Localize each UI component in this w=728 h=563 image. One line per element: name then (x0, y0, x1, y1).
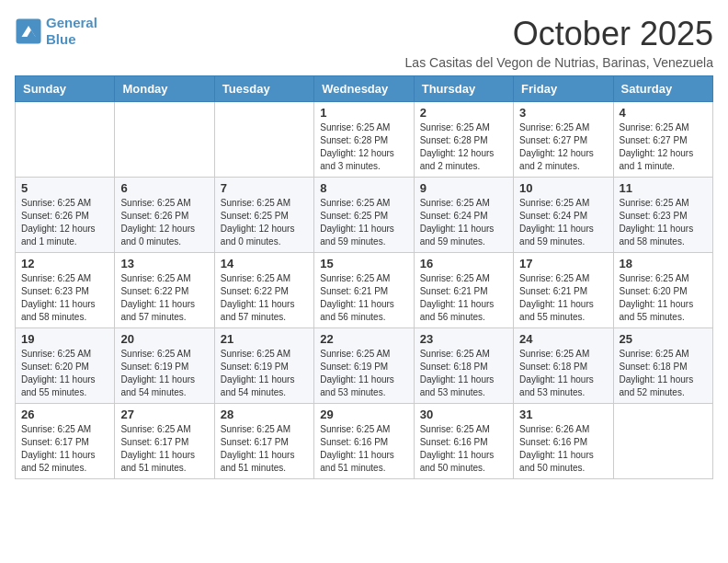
day-number: 20 (120, 332, 208, 346)
logo-icon (15, 17, 42, 45)
cell-content: Sunrise: 6:25 AM Sunset: 6:19 PM Dayligh… (320, 348, 407, 399)
day-header-sunday: Sunday (16, 76, 115, 102)
day-header-wednesday: Wednesday (314, 76, 414, 102)
calendar-cell: 22Sunrise: 6:25 AM Sunset: 6:19 PM Dayli… (314, 328, 414, 404)
day-number: 14 (221, 257, 308, 270)
cell-content: Sunrise: 6:25 AM Sunset: 6:16 PM Dayligh… (320, 423, 407, 475)
day-number: 31 (519, 408, 607, 421)
day-header-friday: Friday (514, 76, 613, 102)
calendar-table: SundayMondayTuesdayWednesdayThursdayFrid… (15, 75, 713, 479)
calendar-cell (115, 102, 214, 178)
calendar-cell: 24Sunrise: 6:25 AM Sunset: 6:18 PM Dayli… (514, 328, 613, 404)
cell-content: Sunrise: 6:25 AM Sunset: 6:18 PM Dayligh… (420, 348, 507, 399)
day-number: 21 (221, 332, 308, 346)
cell-content: Sunrise: 6:25 AM Sunset: 6:22 PM Dayligh… (120, 272, 208, 324)
calendar-cell: 9Sunrise: 6:25 AM Sunset: 6:24 PM Daylig… (414, 178, 513, 253)
calendar-header-row: SundayMondayTuesdayWednesdayThursdayFrid… (16, 76, 713, 102)
cell-content: Sunrise: 6:25 AM Sunset: 6:24 PM Dayligh… (519, 197, 607, 248)
cell-content: Sunrise: 6:25 AM Sunset: 6:17 PM Dayligh… (21, 423, 108, 475)
day-number: 18 (620, 257, 707, 270)
calendar-cell: 28Sunrise: 6:25 AM Sunset: 6:17 PM Dayli… (214, 404, 313, 479)
day-number: 5 (21, 181, 108, 195)
day-number: 11 (620, 181, 707, 195)
calendar-cell: 20Sunrise: 6:25 AM Sunset: 6:19 PM Dayli… (115, 328, 214, 404)
calendar-cell: 3Sunrise: 6:25 AM Sunset: 6:27 PM Daylig… (514, 102, 613, 178)
cell-content: Sunrise: 6:25 AM Sunset: 6:16 PM Dayligh… (420, 423, 507, 475)
day-number: 28 (221, 408, 308, 421)
day-number: 19 (21, 332, 108, 346)
day-number: 22 (320, 332, 407, 346)
calendar-cell: 17Sunrise: 6:25 AM Sunset: 6:21 PM Dayli… (514, 253, 613, 328)
cell-content: Sunrise: 6:25 AM Sunset: 6:18 PM Dayligh… (519, 348, 607, 399)
calendar-week-2: 5Sunrise: 6:25 AM Sunset: 6:26 PM Daylig… (16, 178, 713, 253)
cell-content: Sunrise: 6:25 AM Sunset: 6:17 PM Dayligh… (221, 423, 308, 475)
day-number: 15 (320, 257, 407, 270)
calendar-cell: 6Sunrise: 6:25 AM Sunset: 6:26 PM Daylig… (115, 178, 214, 253)
day-number: 12 (21, 257, 108, 270)
cell-content: Sunrise: 6:25 AM Sunset: 6:27 PM Dayligh… (620, 121, 707, 173)
logo: General Blue (15, 15, 97, 48)
month-title: October 2025 (405, 15, 713, 53)
cell-content: Sunrise: 6:25 AM Sunset: 6:21 PM Dayligh… (420, 272, 507, 324)
calendar-week-4: 19Sunrise: 6:25 AM Sunset: 6:20 PM Dayli… (16, 328, 713, 404)
logo-text: General Blue (46, 15, 97, 48)
day-number: 26 (21, 408, 108, 421)
calendar-cell: 5Sunrise: 6:25 AM Sunset: 6:26 PM Daylig… (16, 178, 115, 253)
calendar-cell: 7Sunrise: 6:25 AM Sunset: 6:25 PM Daylig… (214, 178, 313, 253)
cell-content: Sunrise: 6:25 AM Sunset: 6:27 PM Dayligh… (519, 121, 607, 173)
calendar-cell: 25Sunrise: 6:25 AM Sunset: 6:18 PM Dayli… (613, 328, 712, 404)
cell-content: Sunrise: 6:25 AM Sunset: 6:26 PM Dayligh… (120, 197, 208, 248)
day-number: 23 (420, 332, 507, 346)
calendar-cell: 15Sunrise: 6:25 AM Sunset: 6:21 PM Dayli… (314, 253, 414, 328)
cell-content: Sunrise: 6:25 AM Sunset: 6:23 PM Dayligh… (620, 197, 707, 248)
calendar-cell (613, 404, 712, 479)
cell-content: Sunrise: 6:25 AM Sunset: 6:24 PM Dayligh… (420, 197, 507, 248)
logo-line2: Blue (46, 31, 76, 47)
day-number: 30 (420, 408, 507, 421)
cell-content: Sunrise: 6:25 AM Sunset: 6:19 PM Dayligh… (120, 348, 208, 399)
day-number: 6 (120, 181, 208, 195)
calendar-cell: 16Sunrise: 6:25 AM Sunset: 6:21 PM Dayli… (414, 253, 513, 328)
cell-content: Sunrise: 6:25 AM Sunset: 6:21 PM Dayligh… (519, 272, 607, 324)
location-subtitle: Las Casitas del Vegon de Nutrias, Barina… (405, 55, 713, 70)
day-number: 3 (519, 106, 607, 120)
calendar-cell (16, 102, 115, 178)
calendar-cell: 14Sunrise: 6:25 AM Sunset: 6:22 PM Dayli… (214, 253, 313, 328)
calendar-cell: 30Sunrise: 6:25 AM Sunset: 6:16 PM Dayli… (414, 404, 513, 479)
day-number: 9 (420, 181, 507, 195)
cell-content: Sunrise: 6:25 AM Sunset: 6:25 PM Dayligh… (320, 197, 407, 248)
cell-content: Sunrise: 6:26 AM Sunset: 6:16 PM Dayligh… (519, 423, 607, 475)
cell-content: Sunrise: 6:25 AM Sunset: 6:20 PM Dayligh… (620, 272, 707, 324)
cell-content: Sunrise: 6:25 AM Sunset: 6:20 PM Dayligh… (21, 348, 108, 399)
day-number: 10 (519, 181, 607, 195)
day-number: 17 (519, 257, 607, 270)
day-number: 7 (221, 181, 308, 195)
calendar-cell: 8Sunrise: 6:25 AM Sunset: 6:25 PM Daylig… (314, 178, 414, 253)
calendar-cell: 18Sunrise: 6:25 AM Sunset: 6:20 PM Dayli… (613, 253, 712, 328)
cell-content: Sunrise: 6:25 AM Sunset: 6:26 PM Dayligh… (21, 197, 108, 248)
cell-content: Sunrise: 6:25 AM Sunset: 6:18 PM Dayligh… (620, 348, 707, 399)
day-number: 2 (420, 106, 507, 120)
cell-content: Sunrise: 6:25 AM Sunset: 6:25 PM Dayligh… (221, 197, 308, 248)
cell-content: Sunrise: 6:25 AM Sunset: 6:28 PM Dayligh… (320, 121, 407, 173)
calendar-cell: 19Sunrise: 6:25 AM Sunset: 6:20 PM Dayli… (16, 328, 115, 404)
calendar-cell: 10Sunrise: 6:25 AM Sunset: 6:24 PM Dayli… (514, 178, 613, 253)
calendar-cell: 1Sunrise: 6:25 AM Sunset: 6:28 PM Daylig… (314, 102, 414, 178)
calendar-cell: 21Sunrise: 6:25 AM Sunset: 6:19 PM Dayli… (214, 328, 313, 404)
day-number: 29 (320, 408, 407, 421)
day-number: 27 (120, 408, 208, 421)
calendar-cell: 26Sunrise: 6:25 AM Sunset: 6:17 PM Dayli… (16, 404, 115, 479)
calendar-week-1: 1Sunrise: 6:25 AM Sunset: 6:28 PM Daylig… (16, 102, 713, 178)
calendar-week-5: 26Sunrise: 6:25 AM Sunset: 6:17 PM Dayli… (16, 404, 713, 479)
day-header-saturday: Saturday (613, 76, 712, 102)
day-number: 13 (120, 257, 208, 270)
title-section: October 2025 Las Casitas del Vegon de Nu… (405, 15, 713, 70)
calendar-week-3: 12Sunrise: 6:25 AM Sunset: 6:23 PM Dayli… (16, 253, 713, 328)
calendar-cell: 11Sunrise: 6:25 AM Sunset: 6:23 PM Dayli… (613, 178, 712, 253)
calendar-cell: 31Sunrise: 6:26 AM Sunset: 6:16 PM Dayli… (514, 404, 613, 479)
cell-content: Sunrise: 6:25 AM Sunset: 6:17 PM Dayligh… (120, 423, 208, 475)
day-number: 16 (420, 257, 507, 270)
calendar-cell: 27Sunrise: 6:25 AM Sunset: 6:17 PM Dayli… (115, 404, 214, 479)
logo-line1: General (46, 15, 97, 30)
calendar-cell: 23Sunrise: 6:25 AM Sunset: 6:18 PM Dayli… (414, 328, 513, 404)
